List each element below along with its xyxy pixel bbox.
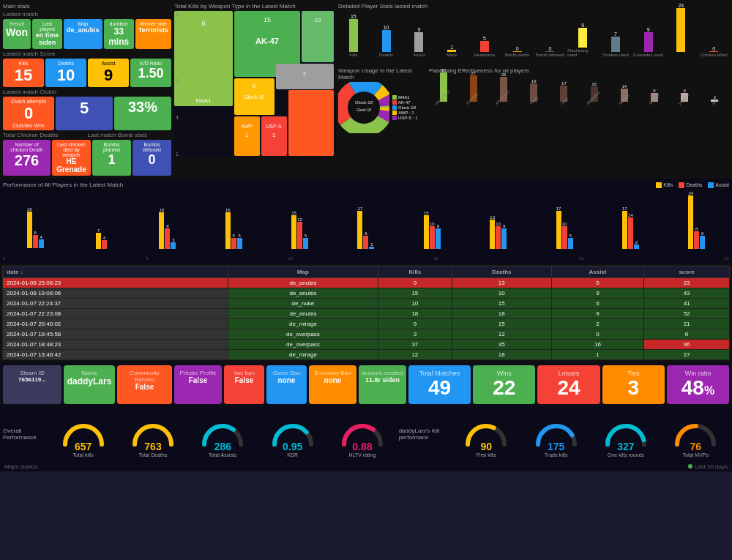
clutch-label: Clutch attempts bbox=[6, 99, 51, 104]
detailed-bar-mvps: 1 Mvps bbox=[436, 45, 467, 57]
winner-value: Terrorists bbox=[138, 26, 168, 34]
community-card: Community Banned False bbox=[117, 365, 172, 404]
detailed-bar-bombdefused: 0 Bomb defused bbox=[535, 46, 566, 57]
gauges-section: Overall Performance 657 Total kills 763 … bbox=[0, 407, 732, 462]
clutch-card: Clutch attempts 0 Clutches Won bbox=[3, 97, 54, 130]
clutch-title: Lasted match Clutch bbox=[3, 89, 171, 95]
headshots-pct-card: 33% bbox=[114, 97, 171, 130]
perf-p11: 24 8 6 bbox=[665, 191, 729, 249]
steam-id-card: Steam ID 7656119... bbox=[3, 365, 61, 404]
svg-text:M4A1: M4A1 bbox=[196, 97, 212, 104]
gauge-assists: 286 Total Assists bbox=[190, 411, 256, 458]
chicken-weapon-card: Last chicken died by weapon HE Grenade bbox=[52, 140, 91, 176]
losses-value: 24 bbox=[540, 377, 597, 400]
economy-value: none bbox=[312, 376, 354, 384]
perf-p8: 13 10 9 bbox=[466, 215, 531, 249]
col-assist: Assist bbox=[551, 266, 643, 278]
main-stats-title: Main stats bbox=[3, 3, 171, 10]
weapon-usage-title: Weapon Usage in the Latest Match bbox=[338, 67, 426, 81]
svg-text:AWP: AWP bbox=[241, 124, 253, 129]
kill-perf-title: daddyLars's Kill performace bbox=[399, 428, 450, 441]
bombs-defused-label: Bombs defused bbox=[135, 142, 168, 152]
gauge-kdr-label: KDR bbox=[259, 452, 326, 458]
game-ban-card: Game Ban none bbox=[266, 365, 307, 404]
kd-value: 1.50 bbox=[133, 66, 168, 81]
col-kills: Kills bbox=[378, 266, 452, 278]
name-label: Name bbox=[67, 370, 112, 376]
total-matches-value: 49 bbox=[411, 377, 468, 400]
perf-p10: 17 14 2 bbox=[598, 206, 662, 249]
losses-card: Losses 24 bbox=[537, 365, 600, 404]
col-map: Map bbox=[228, 266, 378, 278]
perf-p3: 16 9 3 bbox=[135, 208, 200, 249]
treemap-svg: 6 M4A1 15 AK-47 10 9 Glock-18 2 bbox=[174, 11, 335, 157]
total-matches-card: Total Matches 49 bbox=[408, 365, 471, 404]
deaths-label: Deaths bbox=[48, 61, 83, 66]
right-charts-panel: Detailed Player Stats lasted match 15 Ki… bbox=[338, 3, 729, 176]
vac-value: False bbox=[227, 376, 261, 384]
deaths-card: Deaths 10 bbox=[45, 59, 86, 87]
svg-text:USP-S: USP-S bbox=[266, 124, 282, 129]
perf-p6: 17 6 1 bbox=[334, 206, 398, 249]
svg-text:15: 15 bbox=[264, 16, 271, 23]
score-title: Lasted match Score bbox=[3, 51, 171, 57]
table-row: 2024-01-07 22:23:08 de_anubis 18 18 9 52 bbox=[3, 309, 730, 319]
detailed-bar-deaths: 10 Deaths bbox=[371, 25, 402, 57]
steam-id-label: Steam ID bbox=[6, 370, 59, 376]
flash-bar-4: 19 mereij bbox=[520, 79, 548, 107]
table-row: 2024-01-07 20:40:02 de_mirage 9 15 2 21 bbox=[3, 319, 730, 329]
col-date: date ↓ bbox=[3, 266, 228, 278]
weapon-flash-row: Weapon Usage in the Latest Match Glock-1… bbox=[338, 67, 729, 133]
svg-text:9: 9 bbox=[253, 83, 256, 89]
flash-bar-3: 26 iemouche/v bbox=[489, 72, 518, 107]
time-label: Last 30 days bbox=[688, 463, 728, 470]
lasted-match-label: Lasted match bbox=[3, 11, 171, 18]
kills-card: Kills 15 bbox=[3, 59, 44, 87]
performance-bars-row: 16 6 4 7 4 16 9 3 bbox=[3, 190, 729, 256]
svg-text:1: 1 bbox=[245, 132, 249, 138]
table-row: 2024-01-07 18:48:23 de_overpass 37 35 16… bbox=[3, 340, 730, 350]
last-played-card: Last played en time siden bbox=[32, 19, 62, 49]
chicken-deaths-title: Total Chicken Deaths Last match Bomb sta… bbox=[3, 132, 171, 138]
assist-card: Assist 9 bbox=[88, 59, 129, 87]
svg-text:AK-47: AK-47 bbox=[255, 37, 279, 45]
gauge-first-kills: 90 First kills bbox=[453, 411, 520, 458]
table-row: 2024-01-07 19:45:58 de_overpass 3 12 0 6 bbox=[3, 329, 730, 340]
bombs-planted-value: 1 bbox=[95, 152, 128, 168]
game-ban-value: none bbox=[269, 376, 304, 384]
kills-value: 15 bbox=[6, 66, 41, 85]
name-value: daddyLars bbox=[67, 376, 112, 387]
bombs-planted-card: Bombs planted 1 bbox=[92, 140, 131, 176]
perf-p4: 16 5 5 bbox=[201, 208, 266, 249]
perf-p2: 7 4 bbox=[69, 228, 133, 249]
clutch-row: Clutch attempts 0 Clutches Won 5 33% bbox=[3, 97, 171, 130]
private-value: False bbox=[177, 376, 219, 384]
perf-p7: 15 10 9 bbox=[400, 211, 464, 249]
duration-value: 33 mins bbox=[107, 26, 131, 47]
table-row: 2024-01-07 13:46:42 de_mirage 12 18 1 27 bbox=[3, 350, 730, 360]
perf-p9: 17 10 5 bbox=[532, 206, 597, 249]
deaths-value: 10 bbox=[48, 66, 83, 85]
duration-label: duration bbox=[107, 21, 131, 26]
top-section: Main stats Lasted match Result Won Last … bbox=[0, 0, 732, 179]
svg-text:Glock-18: Glock-18 bbox=[244, 94, 264, 100]
gauge-one-kills: 327 One kills rounds bbox=[592, 411, 659, 458]
weapon-legend: M4A1 AK-47 Glock-18 AWP : 1 USP-S : 1 bbox=[392, 94, 418, 121]
result-card: Result Won bbox=[3, 19, 31, 49]
svg-text:Glock-18: Glock-18 bbox=[356, 108, 371, 112]
wins-card: Wins 22 bbox=[473, 365, 535, 404]
chicken-number-card: Number of chicken Death 276 bbox=[3, 140, 51, 176]
gauge-mvps-label: Total MVPs bbox=[662, 452, 729, 458]
headshots-percent: 33% bbox=[117, 99, 168, 116]
gauge-trade-kills-label: Trade kills bbox=[523, 452, 589, 458]
player-info-section: Steam ID 7656119... Name daddyLars Commu… bbox=[0, 362, 732, 407]
table-row: 2024-01-07 22:24:37 de_nuke 10 15 6 41 bbox=[3, 299, 730, 309]
chicken-row: Number of chicken Death 276 Last chicken… bbox=[3, 140, 171, 176]
kd-card: K/D Ratio 1.50 bbox=[130, 59, 171, 87]
match-table: date ↓ Map Kills Deaths Assist score 202… bbox=[2, 266, 730, 360]
flash-bar-6: 16 iMORUGS bbox=[580, 82, 608, 107]
bombs-defused-card: Bombs defused 0 bbox=[132, 140, 171, 176]
flash-bar-10: 2 aIIL_ bbox=[701, 95, 729, 107]
treemap-visual: 6 M4A1 15 AK-47 10 9 Glock-18 2 bbox=[174, 11, 335, 157]
svg-text:10: 10 bbox=[315, 17, 321, 23]
